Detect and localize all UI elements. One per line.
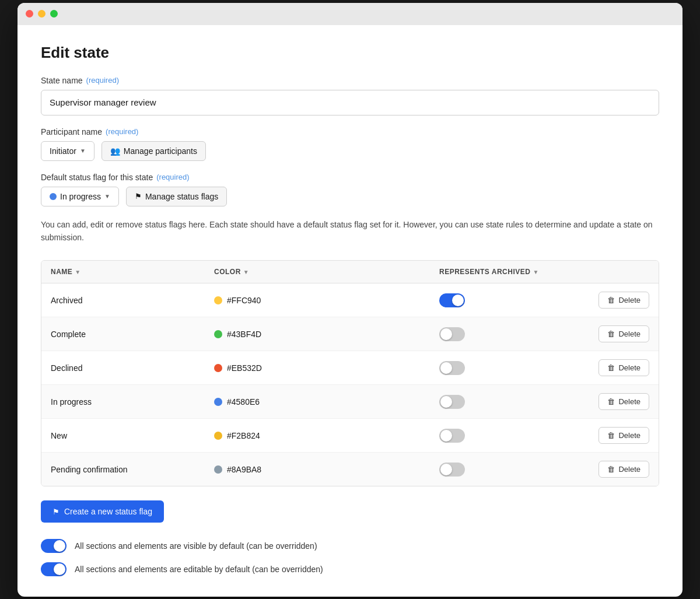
create-status-flag-button[interactable]: ⚑ Create a new status flag <box>41 500 164 523</box>
titlebar <box>18 3 682 25</box>
delete-button[interactable]: 🗑 Delete <box>598 325 649 342</box>
toggle-knob <box>440 396 452 408</box>
cell-color: #EB532D <box>214 363 439 373</box>
archived-toggle[interactable] <box>439 327 465 341</box>
settings-toggle[interactable] <box>41 562 66 576</box>
table-row: Pending confirmation #8A9BA8 🗑 Delete <box>41 453 659 486</box>
trash-icon: 🗑 <box>607 296 615 304</box>
delete-label: Delete <box>618 465 640 474</box>
manage-status-flags-button[interactable]: ⚑ Manage status flags <box>126 187 227 206</box>
cell-toggle[interactable] <box>439 463 568 477</box>
main-content: Edit state State name (required) Partici… <box>18 25 682 597</box>
delete-button[interactable]: 🗑 Delete <box>598 359 649 376</box>
status-flags-table: NAME ▼ COLOR ▼ REPRESENTS ARCHIVED ▼ Arc… <box>41 260 659 486</box>
minimize-button[interactable] <box>38 10 46 17</box>
cell-action: 🗑 Delete <box>568 393 649 410</box>
settings-toggle-row: All sections and elements are editable b… <box>41 562 659 576</box>
cell-color: #8A9BA8 <box>214 465 439 474</box>
cell-name: New <box>51 431 214 440</box>
table-row: In progress #4580E6 🗑 Delete <box>41 385 659 419</box>
sort-icon: ▼ <box>533 269 538 275</box>
sort-icon: ▼ <box>243 269 249 275</box>
maximize-button[interactable] <box>50 10 58 17</box>
participant-name-label: Participant name (required) <box>41 127 659 136</box>
delete-button[interactable]: 🗑 Delete <box>598 393 649 410</box>
th-actions <box>568 268 649 276</box>
participant-controls: Initiator ▼ 👥 Manage participants <box>41 141 659 161</box>
table-row: Archived #FFC940 🗑 Delete <box>41 283 659 317</box>
table-row: Declined #EB532D 🗑 Delete <box>41 351 659 385</box>
archived-toggle[interactable] <box>439 463 465 477</box>
settings-toggle-row: All sections and elements are visible by… <box>41 539 659 553</box>
flag-icon: ⚑ <box>52 507 60 516</box>
th-name: NAME ▼ <box>51 268 214 276</box>
trash-icon: 🗑 <box>607 330 615 338</box>
cell-toggle[interactable] <box>439 361 568 375</box>
cell-toggle[interactable] <box>439 395 568 409</box>
cell-color: #4580E6 <box>214 397 439 407</box>
cell-toggle[interactable] <box>439 327 568 341</box>
archived-toggle[interactable] <box>439 395 465 409</box>
cell-action: 🗑 Delete <box>568 359 649 376</box>
cell-name: Complete <box>51 330 214 339</box>
toggle-label: All sections and elements are visible by… <box>75 541 317 551</box>
status-flag-dropdown[interactable]: In progress ▼ <box>41 187 119 206</box>
color-dot <box>214 330 222 338</box>
color-hex: #EB532D <box>227 363 262 373</box>
cell-toggle[interactable] <box>439 429 568 443</box>
toggle-knob <box>452 295 464 306</box>
trash-icon: 🗑 <box>607 465 615 474</box>
table-row: Complete #43BF4D 🗑 Delete <box>41 317 659 351</box>
page-title: Edit state <box>41 44 659 62</box>
participant-dropdown[interactable]: Initiator ▼ <box>41 141 94 161</box>
default-status-label: Default status flag for this state (requ… <box>41 173 659 182</box>
trash-icon: 🗑 <box>607 397 615 406</box>
trash-icon: 🗑 <box>607 431 615 440</box>
cell-action: 🗑 Delete <box>568 461 649 478</box>
state-name-label: State name (required) <box>41 76 659 85</box>
archived-toggle[interactable] <box>439 429 465 443</box>
th-color: COLOR ▼ <box>214 268 439 276</box>
cell-name: Declined <box>51 363 214 373</box>
archived-toggle[interactable] <box>439 361 465 375</box>
toggle-knob <box>54 540 65 552</box>
cell-name: Pending confirmation <box>51 465 214 474</box>
cell-name: Archived <box>51 296 214 305</box>
toggle-knob <box>54 563 65 575</box>
close-button[interactable] <box>26 10 33 17</box>
manage-participants-button[interactable]: 👥 Manage participants <box>102 141 206 161</box>
cell-name: In progress <box>51 397 214 407</box>
cell-toggle[interactable] <box>439 293 568 307</box>
toggle-knob <box>440 362 452 374</box>
delete-label: Delete <box>618 397 640 406</box>
state-name-input[interactable] <box>41 90 659 115</box>
color-dot <box>214 398 222 406</box>
chevron-down-icon: ▼ <box>104 193 110 199</box>
delete-button[interactable]: 🗑 Delete <box>598 427 649 444</box>
toggle-knob <box>440 464 452 475</box>
delete-label: Delete <box>618 431 640 440</box>
app-window: Edit state State name (required) Partici… <box>18 3 682 597</box>
delete-button[interactable]: 🗑 Delete <box>598 461 649 478</box>
description-text: You can add, edit or remove status flags… <box>41 218 659 244</box>
archived-toggle[interactable] <box>439 293 465 307</box>
delete-label: Delete <box>618 296 640 304</box>
color-hex: #43BF4D <box>227 330 261 339</box>
toggle-label: All sections and elements are editable b… <box>75 565 323 574</box>
th-represents-archived: REPRESENTS ARCHIVED ▼ <box>439 268 568 276</box>
toggle-knob <box>440 430 452 442</box>
settings-toggle[interactable] <box>41 539 66 553</box>
table-row: New #F2B824 🗑 Delete <box>41 419 659 453</box>
cell-action: 🗑 Delete <box>568 427 649 444</box>
color-dot <box>214 465 222 474</box>
cell-action: 🗑 Delete <box>568 325 649 342</box>
delete-label: Delete <box>618 363 640 372</box>
trash-icon: 🗑 <box>607 363 615 372</box>
cell-color: #43BF4D <box>214 330 439 339</box>
cell-action: 🗑 Delete <box>568 292 649 309</box>
toggle-rows: All sections and elements are visible by… <box>41 539 659 576</box>
toggle-knob <box>440 328 452 340</box>
delete-button[interactable]: 🗑 Delete <box>598 292 649 309</box>
sort-icon: ▼ <box>75 269 80 275</box>
color-hex: #FFC940 <box>227 296 261 305</box>
